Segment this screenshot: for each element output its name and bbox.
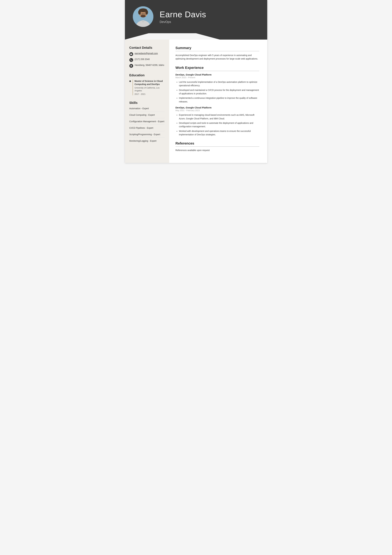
skills-title: Skills — [129, 101, 165, 105]
chevron-decoration — [125, 33, 267, 40]
summary-title: Summary — [176, 46, 259, 51]
header-name: Earne Davis — [160, 10, 206, 19]
resume-container: Earne Davis DevOps Contact Details earne… — [125, 0, 267, 163]
job-bullet: Led the successful implementation of a D… — [179, 80, 259, 87]
phone-icon — [129, 58, 133, 62]
skill-item: CI/CD Pipelines - Expert — [129, 127, 165, 131]
summary-text: Accomplished DevOps engineer with 5 year… — [176, 53, 259, 61]
avatar — [133, 6, 153, 27]
edu-bullet-icon — [129, 80, 131, 82]
job-item: DevOps, Google Cloud Platform May 2021 -… — [176, 106, 259, 136]
skill-item: Cloud Computing - Expert — [129, 114, 165, 118]
skill-item: Configuration Management - Expert — [129, 120, 165, 125]
edu-degree: Master of Science in Cloud Computing and… — [135, 80, 165, 86]
contact-location-item: Haneberg, 58487-6299, Idaho — [129, 64, 165, 68]
education-section: Education Master of Science in Cloud Com… — [129, 73, 165, 95]
header: Earne Davis DevOps — [125, 0, 267, 33]
summary-section: Summary Accomplished DevOps engineer wit… — [176, 46, 259, 61]
job-bullet: Implemented a continuous integration pip… — [179, 96, 259, 103]
main-content: Summary Accomplished DevOps engineer wit… — [169, 40, 267, 163]
education-title: Education — [129, 73, 165, 77]
job-bullets: Experienced in managing cloud-based envi… — [176, 113, 259, 136]
header-info: Earne Davis DevOps — [160, 10, 206, 24]
contact-title: Contact Details — [129, 46, 165, 50]
job-item: DevOps, Google Cloud Platform March 2023… — [176, 73, 259, 103]
header-title: DevOps — [160, 20, 206, 24]
job-title: DevOps, Google Cloud Platform — [176, 73, 259, 76]
body: Contact Details earnedavis@gmail.com — [125, 40, 267, 163]
contact-email-item: earnedavis@gmail.com — [129, 52, 165, 56]
job-bullets: Led the successful implementation of a D… — [176, 80, 259, 103]
sidebar: Contact Details earnedavis@gmail.com — [125, 40, 169, 163]
location-icon — [129, 64, 133, 68]
job-bullet: Developed and maintained a CI/CD process… — [179, 88, 259, 95]
job-date: May 2021 - February 2023 — [176, 109, 259, 112]
email-value[interactable]: earnedavis@gmail.com — [135, 52, 158, 55]
job-bullet: Developed scripts and tools to automate … — [179, 121, 259, 128]
skill-item: Monitoring/Logging - Expert — [129, 140, 165, 144]
references-text: References available upon request — [176, 149, 259, 152]
skill-item: Automation - Expert — [129, 107, 165, 112]
skills-section: Skills Automation - Expert Cloud Computi… — [129, 101, 165, 144]
references-title: References — [176, 141, 259, 147]
job-title: DevOps, Google Cloud Platform — [176, 106, 259, 109]
location-value: Haneberg, 58487-6299, Idaho — [135, 64, 164, 66]
contact-section: Contact Details earnedavis@gmail.com — [129, 46, 165, 68]
phone-value: (217) 208 2040 — [135, 58, 150, 60]
education-item: Master of Science in Cloud Computing and… — [129, 80, 165, 95]
work-experience-section: Work Experience DevOps, Google Cloud Pla… — [176, 66, 259, 137]
job-bullet: Worked with development and operations t… — [179, 129, 259, 137]
email-icon — [129, 52, 133, 56]
skill-item: Scripting/Programming - Expert — [129, 133, 165, 138]
contact-phone-item: (217) 208 2040 — [129, 58, 165, 62]
job-date: March 2023 - Present — [176, 76, 259, 79]
edu-school: University of California, Los Angeles — [135, 87, 165, 92]
edu-years: 2017 - 2021 — [135, 93, 165, 95]
edu-content: Master of Science in Cloud Computing and… — [133, 80, 165, 95]
svg-point-9 — [141, 15, 146, 17]
references-section: References References available upon req… — [176, 141, 259, 152]
work-experience-title: Work Experience — [176, 66, 259, 71]
job-bullet: Experienced in managing cloud-based envi… — [179, 113, 259, 120]
